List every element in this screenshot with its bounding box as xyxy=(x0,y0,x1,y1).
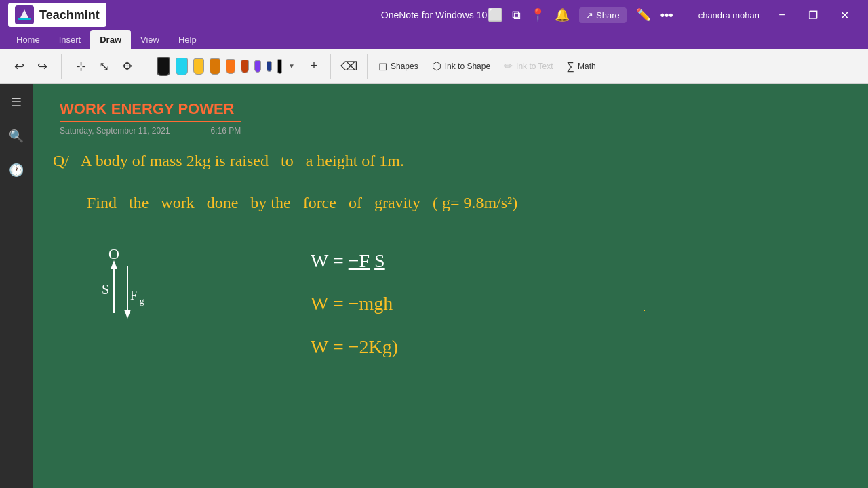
tab-draw[interactable]: Draw xyxy=(90,30,131,49)
separator-1 xyxy=(61,54,62,79)
equation-2: W = −mgh xyxy=(311,293,393,314)
add-space-icon: ⤡ xyxy=(99,59,109,74)
bell-icon[interactable]: 🔔 xyxy=(555,7,570,22)
window-title-area: OneNote for Windows 10 xyxy=(381,9,487,20)
tab-insert[interactable]: Insert xyxy=(50,30,91,49)
math-button[interactable]: ∑ Math xyxy=(561,52,601,81)
copy-icon[interactable]: ⧉ xyxy=(512,8,521,22)
pen-yellow-swatch xyxy=(193,58,204,75)
handwriting-area: Q/ A body of mass 2kg is raised to a hei… xyxy=(53,145,861,481)
pen-cyan[interactable] xyxy=(174,56,190,77)
note-title: WORK ENERGY POWER xyxy=(60,100,241,122)
ink-to-text-button[interactable]: ✏ Ink to Text xyxy=(498,52,558,81)
note-title-area: WORK ENERGY POWER Saturday, September 11… xyxy=(60,100,241,136)
share-icon: ↗ xyxy=(586,10,593,20)
search-icon[interactable]: ⬜ xyxy=(488,7,502,22)
pan-icon: ✥ xyxy=(122,59,132,74)
ink-to-text-label: Ink to Text xyxy=(516,62,553,71)
ink-to-text-icon: ✏ xyxy=(504,60,513,73)
pen-darkyellow[interactable] xyxy=(208,57,222,76)
location-icon[interactable]: 📍 xyxy=(530,7,545,22)
window-title: OneNote for Windows 10 xyxy=(381,9,487,20)
shapes-label: Shapes xyxy=(391,62,418,71)
question-line-1: Q/ A body of mass 2kg is raised to a hei… xyxy=(53,152,404,170)
svg-marker-7 xyxy=(124,310,131,319)
more-options-icon[interactable]: ••• xyxy=(660,8,673,22)
chevron-down-icon: ▼ xyxy=(288,62,295,70)
undo-redo-group: ↩ ↪ xyxy=(5,52,56,81)
select-group: ⊹ ⤡ ✥ xyxy=(67,52,140,81)
titlebar-right: ⬜ ⧉ 📍 🔔 ↗ Share ✏️ ••• chandra mohan − ❐… xyxy=(488,0,860,30)
pen-black-swatch xyxy=(157,57,170,76)
redo-icon: ↪ xyxy=(37,59,47,74)
redo-button[interactable]: ↪ xyxy=(31,52,53,81)
sidebar-history-icon[interactable]: 🕐 xyxy=(5,159,28,182)
eraser-icon: ⌫ xyxy=(340,59,357,74)
note-date: Saturday, September 11, 2021 xyxy=(60,126,170,136)
maximize-button[interactable]: ❐ xyxy=(797,0,829,30)
diagram-svg: O S F g xyxy=(94,245,229,354)
tab-home[interactable]: Home xyxy=(7,30,50,49)
equation-1: W = −F S xyxy=(311,250,385,272)
pen-orange[interactable] xyxy=(224,58,237,75)
ink-to-shape-label: Ink to Shape xyxy=(445,62,490,71)
pen-darkblue[interactable] xyxy=(264,60,274,73)
pen-darkorange[interactable] xyxy=(239,58,251,75)
pan-button[interactable]: ✥ xyxy=(116,52,138,81)
pen-veryblack-swatch xyxy=(277,59,282,74)
logo-area: Teachmint xyxy=(8,3,106,27)
left-sidebar: ☰ 🔍 🕐 xyxy=(0,84,33,488)
shapes-button[interactable]: ◻ Shapes xyxy=(373,52,424,81)
lasso-icon: ⊹ xyxy=(76,59,86,74)
separator-2 xyxy=(146,54,146,79)
pen-tools-group: ▼ xyxy=(152,52,300,81)
pen-edit-icon[interactable]: ✏️ xyxy=(636,7,651,22)
add-space-button[interactable]: ⤡ xyxy=(93,52,115,81)
shapes-icon: ◻ xyxy=(378,60,387,73)
titlebar-left: Teachmint xyxy=(8,3,106,27)
sidebar-menu-icon[interactable]: ☰ xyxy=(7,91,26,114)
svg-text:g: g xyxy=(140,296,144,306)
pen-veryblack[interactable] xyxy=(275,58,284,75)
titlebar-icons: ⬜ ⧉ 📍 🔔 ↗ Share ✏️ ••• xyxy=(488,7,673,23)
equation-3: W = −2Kg) xyxy=(311,336,398,358)
undo-button[interactable]: ↩ xyxy=(8,52,30,81)
divider xyxy=(686,8,686,22)
logo-text: Teachmint xyxy=(39,8,100,22)
pen-violet-swatch xyxy=(254,60,261,73)
pen-yellow[interactable] xyxy=(191,57,206,76)
question-line-2: Find the work done by the force of gravi… xyxy=(87,194,517,212)
undo-icon: ↩ xyxy=(14,59,24,74)
share-button[interactable]: ↗ Share xyxy=(579,7,627,23)
titlebar: Teachmint OneNote for Windows 10 ⬜ ⧉ 📍 🔔… xyxy=(0,0,868,30)
math-label: Math xyxy=(578,62,596,71)
pen-violet[interactable] xyxy=(252,59,263,74)
note-meta: Saturday, September 11, 2021 6:16 PM xyxy=(60,126,241,136)
lasso-button[interactable]: ⊹ xyxy=(70,52,92,81)
logo-icon xyxy=(15,5,34,24)
window-controls: − ❐ ✕ xyxy=(766,0,860,30)
canvas-area[interactable]: WORK ENERGY POWER Saturday, September 11… xyxy=(33,84,868,488)
minimize-button[interactable]: − xyxy=(766,0,797,30)
ink-to-shape-icon: ⬡ xyxy=(432,60,441,73)
pen-darkblue-swatch xyxy=(267,61,272,72)
color-picker-expand[interactable]: ▼ xyxy=(285,52,298,81)
pen-darkorange-swatch xyxy=(241,60,249,73)
close-button[interactable]: ✕ xyxy=(829,0,860,30)
math-icon: ∑ xyxy=(567,60,574,73)
pen-black[interactable] xyxy=(155,56,172,77)
toolbar: ↩ ↪ ⊹ ⤡ ✥ xyxy=(0,49,868,84)
add-icon: + xyxy=(311,59,318,73)
eraser-button[interactable]: ⌫ xyxy=(336,52,361,81)
svg-text:S: S xyxy=(102,282,109,297)
add-pen-button[interactable]: + xyxy=(303,52,325,81)
sidebar-search-icon[interactable]: 🔍 xyxy=(5,125,28,148)
pen-darkyellow-swatch xyxy=(210,58,220,75)
ribbon-tabs: Home Insert Draw View Help xyxy=(0,30,868,49)
note-time: 6:16 PM xyxy=(211,126,241,136)
ink-to-shape-button[interactable]: ⬡ Ink to Shape xyxy=(427,52,496,81)
separator-4 xyxy=(367,54,368,79)
tab-view[interactable]: View xyxy=(131,30,169,49)
tab-help[interactable]: Help xyxy=(169,30,206,49)
separator-3 xyxy=(330,54,331,79)
